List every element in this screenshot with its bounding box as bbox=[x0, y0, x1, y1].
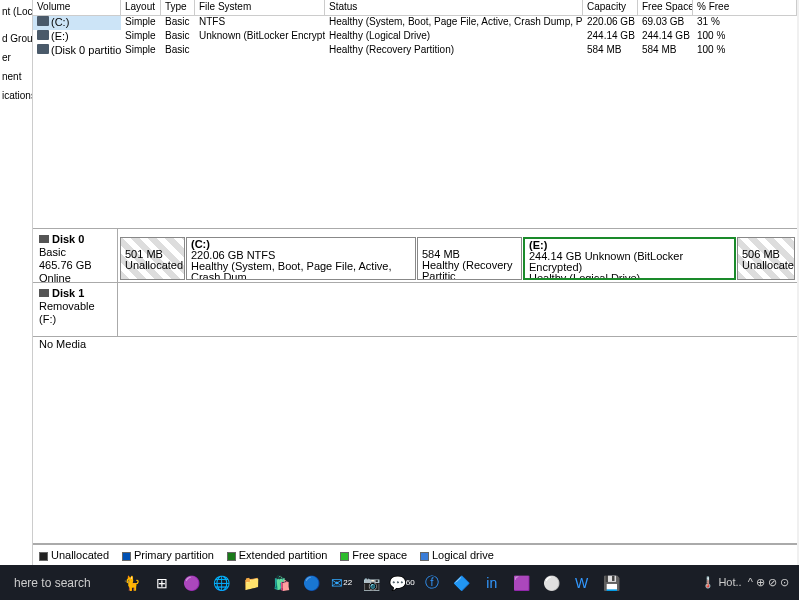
cell-type: Basic bbox=[161, 44, 195, 58]
cell-free: 584 MB bbox=[638, 44, 693, 58]
disk1-label[interactable]: Disk 1 Removable (F:) No Media bbox=[33, 283, 118, 336]
partition-recovery[interactable]: 584 MB Healthy (Recovery Partitic bbox=[417, 237, 522, 280]
volume-row[interactable]: (E:) Simple Basic Unknown (BitLocker Enc… bbox=[33, 30, 797, 44]
cell-pct: 100 % bbox=[693, 44, 797, 58]
edge-icon[interactable]: 🌐 bbox=[211, 572, 233, 594]
cell-capacity: 220.06 GB bbox=[583, 16, 638, 30]
disk0-partition-strip: 501 MB Unallocated (C:) 220.06 GB NTFS H… bbox=[118, 229, 797, 282]
disk1-partition-strip bbox=[118, 283, 797, 336]
col-filesystem[interactable]: File System bbox=[195, 0, 325, 15]
cell-type: Basic bbox=[161, 30, 195, 44]
disk-type: Removable (F:) bbox=[39, 300, 95, 325]
linkedin-icon[interactable]: in bbox=[481, 572, 503, 594]
sidebar-item[interactable] bbox=[0, 21, 32, 29]
cell-free: 69.03 GB bbox=[638, 16, 693, 30]
volume-name: (Disk 0 partition 2) bbox=[51, 44, 121, 56]
system-tray[interactable]: 🌡️ Hot.. ^ ⊕ ⊘ ⊙ bbox=[701, 576, 795, 589]
app3-icon[interactable]: ⚪ bbox=[541, 572, 563, 594]
disk-management-window: nt (Local) d Groups er nent ications Vol… bbox=[0, 0, 799, 565]
disk1-row: Disk 1 Removable (F:) No Media bbox=[33, 283, 797, 337]
legend-extended: Extended partition bbox=[227, 549, 328, 561]
sidebar-item[interactable]: nent bbox=[0, 67, 32, 86]
tray-icons[interactable]: ^ ⊕ ⊘ ⊙ bbox=[748, 576, 789, 589]
cell-layout: Simple bbox=[121, 30, 161, 44]
disk0-label[interactable]: Disk 0 Basic 465.76 GB Online bbox=[33, 229, 118, 282]
store-icon[interactable]: 🛍️ bbox=[271, 572, 293, 594]
col-pctfree[interactable]: % Free bbox=[693, 0, 797, 15]
cell-free: 244.14 GB bbox=[638, 30, 693, 44]
volume-name: (E:) bbox=[51, 30, 69, 42]
col-layout[interactable]: Layout bbox=[121, 0, 161, 15]
col-status[interactable]: Status bbox=[325, 0, 583, 15]
part-status: Unallocated bbox=[125, 259, 183, 271]
disk0-row: Disk 0 Basic 465.76 GB Online 501 MB Una… bbox=[33, 229, 797, 283]
part-status: Healthy (Recovery Partitic bbox=[422, 259, 512, 280]
cell-type: Basic bbox=[161, 16, 195, 30]
cat-icon[interactable]: 🐈 bbox=[121, 572, 143, 594]
whatsapp-icon[interactable]: 💬60 bbox=[391, 572, 413, 594]
partition-e[interactable]: (E:) 244.14 GB Unknown (BitLocker Encryp… bbox=[523, 237, 736, 280]
legend-free: Free space bbox=[340, 549, 407, 561]
cell-status: Healthy (System, Boot, Page File, Active… bbox=[325, 16, 583, 30]
part-status: Healthy (Logical Drive) bbox=[529, 272, 640, 280]
col-type[interactable]: Type bbox=[161, 0, 195, 15]
weather-widget[interactable]: 🌡️ Hot.. bbox=[701, 576, 741, 589]
volume-icon bbox=[37, 44, 49, 54]
diskmgmt-icon[interactable]: 💾 bbox=[601, 572, 623, 594]
cell-layout: Simple bbox=[121, 44, 161, 58]
volume-icon bbox=[37, 30, 49, 40]
taskbar[interactable]: here to search 🐈 ⊞ 🟣 🌐 📁 🛍️ 🔵 ✉22 📷 💬60 … bbox=[0, 565, 799, 600]
part-status: Unallocated bbox=[742, 259, 795, 271]
app-icon[interactable]: 🔷 bbox=[451, 572, 473, 594]
task-view-icon[interactable]: ⊞ bbox=[151, 572, 173, 594]
volume-table-body: (C:) Simple Basic NTFS Healthy (System, … bbox=[33, 16, 797, 58]
search-input[interactable]: here to search bbox=[4, 576, 101, 590]
tree-sidebar[interactable]: nt (Local) d Groups er nent ications bbox=[0, 0, 33, 565]
cell-status: Healthy (Recovery Partition) bbox=[325, 44, 583, 58]
partition-unallocated[interactable]: 501 MB Unallocated bbox=[120, 237, 185, 280]
sidebar-item[interactable]: er bbox=[0, 48, 32, 67]
cell-fs: NTFS bbox=[195, 16, 325, 30]
volume-row[interactable]: (Disk 0 partition 2) Simple Basic Health… bbox=[33, 44, 797, 58]
cell-layout: Simple bbox=[121, 16, 161, 30]
volume-icon bbox=[37, 16, 49, 26]
chrome-icon[interactable]: 🔵 bbox=[301, 572, 323, 594]
copilot-icon[interactable]: 🟣 bbox=[181, 572, 203, 594]
part-size: 244.14 GB Unknown (BitLocker Encrypted) bbox=[529, 250, 683, 273]
disk-icon bbox=[39, 235, 49, 243]
legend-unallocated: Unallocated bbox=[39, 549, 109, 561]
disk-icon bbox=[39, 289, 49, 297]
cell-capacity: 244.14 GB bbox=[583, 30, 638, 44]
cell-status: Healthy (Logical Drive) bbox=[325, 30, 583, 44]
volume-name: (C:) bbox=[51, 16, 69, 28]
sidebar-item[interactable]: ications bbox=[0, 86, 32, 105]
cell-fs bbox=[195, 44, 325, 58]
cell-capacity: 584 MB bbox=[583, 44, 638, 58]
volume-row[interactable]: (C:) Simple Basic NTFS Healthy (System, … bbox=[33, 16, 797, 30]
sidebar-item[interactable]: nt (Local) bbox=[0, 2, 32, 21]
main-panel: Volume Layout Type File System Status Ca… bbox=[33, 0, 797, 565]
word-icon[interactable]: W bbox=[571, 572, 593, 594]
col-freespace[interactable]: Free Space bbox=[638, 0, 693, 15]
part-status: Healthy (System, Boot, Page File, Active… bbox=[191, 260, 392, 280]
taskbar-icons: 🐈 ⊞ 🟣 🌐 📁 🛍️ 🔵 ✉22 📷 💬60 ⓕ 🔷 in 🟪 ⚪ W 💾 bbox=[121, 572, 623, 594]
explorer-icon[interactable]: 📁 bbox=[241, 572, 263, 594]
col-capacity[interactable]: Capacity bbox=[583, 0, 638, 15]
mail-icon[interactable]: ✉22 bbox=[331, 572, 353, 594]
instagram-icon[interactable]: 📷 bbox=[361, 572, 383, 594]
legend-primary: Primary partition bbox=[122, 549, 214, 561]
app2-icon[interactable]: 🟪 bbox=[511, 572, 533, 594]
disk-name: Disk 1 bbox=[52, 287, 84, 299]
col-volume[interactable]: Volume bbox=[33, 0, 121, 15]
disk-name: Disk 0 bbox=[52, 233, 84, 245]
disk-type: Basic bbox=[39, 246, 66, 258]
legend: Unallocated Primary partition Extended p… bbox=[33, 544, 797, 565]
disk-state: No Media bbox=[39, 338, 86, 350]
volume-table-header: Volume Layout Type File System Status Ca… bbox=[33, 0, 797, 16]
partition-unallocated-2[interactable]: 506 MB Unallocated bbox=[737, 237, 795, 280]
cell-pct: 100 % bbox=[693, 30, 797, 44]
facebook-icon[interactable]: ⓕ bbox=[421, 572, 443, 594]
sidebar-item[interactable]: d Groups bbox=[0, 29, 32, 48]
legend-logical: Logical drive bbox=[420, 549, 494, 561]
partition-c[interactable]: (C:) 220.06 GB NTFS Healthy (System, Boo… bbox=[186, 237, 416, 280]
